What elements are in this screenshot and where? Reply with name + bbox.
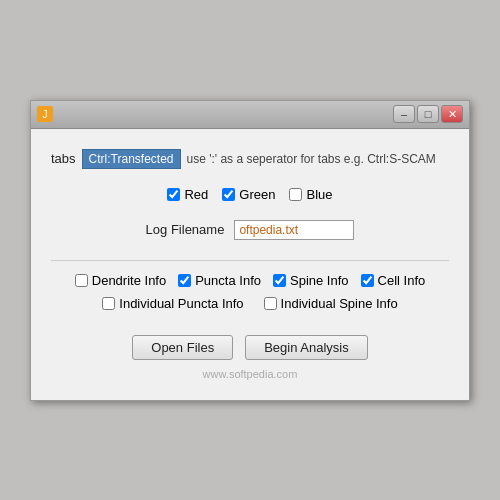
cell-info-label: Cell Info — [378, 273, 426, 288]
buttons-row: Open Files Begin Analysis — [51, 335, 449, 360]
app-icon: J — [37, 106, 53, 122]
individual-puncta-group: Individual Puncta Info — [102, 296, 243, 311]
log-label: Log Filename — [146, 222, 225, 237]
log-row: Log Filename — [51, 220, 449, 240]
main-window: J – □ ✕ tabs Ctrl:Transfected use ':' as… — [30, 100, 470, 401]
green-checkbox-group: Green — [222, 187, 275, 202]
puncta-info-label: Puncta Info — [195, 273, 261, 288]
individual-puncta-label: Individual Puncta Info — [119, 296, 243, 311]
cell-info-group: Cell Info — [361, 273, 426, 288]
window-body: tabs Ctrl:Transfected use ':' as a seper… — [31, 129, 469, 400]
info-checkboxes-row: Dendrite Info Puncta Info Spine Info Cel… — [51, 273, 449, 288]
red-label: Red — [184, 187, 208, 202]
tabs-label: tabs — [51, 151, 76, 166]
red-checkbox[interactable] — [167, 188, 180, 201]
individual-checkboxes-row: Individual Puncta Info Individual Spine … — [51, 296, 449, 311]
green-label: Green — [239, 187, 275, 202]
cell-info-checkbox[interactable] — [361, 274, 374, 287]
title-bar-left: J — [37, 106, 59, 122]
watermark: www.softpedia.com — [51, 368, 449, 380]
red-checkbox-group: Red — [167, 187, 208, 202]
spine-info-group: Spine Info — [273, 273, 349, 288]
tabs-tag[interactable]: Ctrl:Transfected — [82, 149, 181, 169]
open-files-button[interactable]: Open Files — [132, 335, 233, 360]
title-bar: J – □ ✕ — [31, 101, 469, 129]
blue-checkbox-group: Blue — [289, 187, 332, 202]
individual-spine-checkbox[interactable] — [264, 297, 277, 310]
begin-analysis-button[interactable]: Begin Analysis — [245, 335, 368, 360]
color-checkboxes-row: Red Green Blue — [51, 187, 449, 202]
puncta-info-checkbox[interactable] — [178, 274, 191, 287]
blue-checkbox[interactable] — [289, 188, 302, 201]
spine-info-checkbox[interactable] — [273, 274, 286, 287]
spine-info-label: Spine Info — [290, 273, 349, 288]
tabs-row: tabs Ctrl:Transfected use ':' as a seper… — [51, 149, 449, 169]
tabs-hint: use ':' as a seperator for tabs e.g. Ctr… — [187, 152, 436, 166]
puncta-info-group: Puncta Info — [178, 273, 261, 288]
window-controls: – □ ✕ — [393, 105, 463, 123]
minimize-button[interactable]: – — [393, 105, 415, 123]
dendrite-info-label: Dendrite Info — [92, 273, 166, 288]
dendrite-info-group: Dendrite Info — [75, 273, 166, 288]
log-filename-input[interactable] — [234, 220, 354, 240]
maximize-button[interactable]: □ — [417, 105, 439, 123]
divider — [51, 260, 449, 261]
individual-spine-group: Individual Spine Info — [264, 296, 398, 311]
individual-puncta-checkbox[interactable] — [102, 297, 115, 310]
green-checkbox[interactable] — [222, 188, 235, 201]
individual-spine-label: Individual Spine Info — [281, 296, 398, 311]
close-button[interactable]: ✕ — [441, 105, 463, 123]
app-icon-letter: J — [43, 109, 48, 120]
blue-label: Blue — [306, 187, 332, 202]
dendrite-info-checkbox[interactable] — [75, 274, 88, 287]
